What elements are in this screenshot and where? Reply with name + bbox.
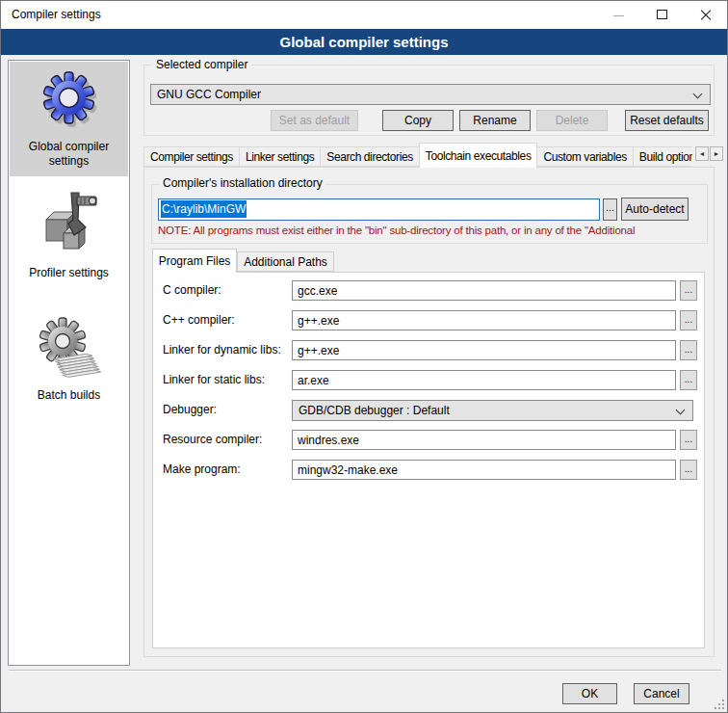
resource-compiler-input[interactable] [292,430,676,450]
main-tabstrip: Compiler settings Linker settings Search… [143,143,692,168]
tab-compiler-settings[interactable]: Compiler settings [143,146,240,167]
ok-button[interactable]: OK [562,683,617,704]
close-button[interactable] [684,1,727,29]
blue-gear-icon [38,69,101,133]
chevron-down-icon [676,406,686,415]
title-bar: Compiler settings [1,1,727,29]
installation-directory-legend: Compiler's installation directory [159,176,326,191]
debugger-label: Debugger: [163,400,217,420]
debugger-combobox-value: GDB/CDB debugger : Default [299,404,450,417]
sidebar-item-label: Profiler settings [9,266,129,280]
reset-defaults-button[interactable]: Reset defaults [625,110,709,131]
linker-dynamic-input[interactable] [292,340,676,360]
program-files-panel: C compiler: ... C++ compiler: ... Linker… [152,272,705,648]
tab-build-options[interactable]: Build options [633,146,692,167]
compiler-combobox-value: GNU GCC Compiler [157,88,261,101]
tab-toolchain-executables[interactable]: Toolchain executables [419,143,538,168]
page-title: Global compiler settings [1,29,727,55]
subtab-program-files[interactable]: Program Files [152,249,237,273]
sidebar-item-label: Global compiler settings [9,140,129,169]
window-title: Compiler settings [12,1,101,29]
linker-dynamic-label: Linker for dynamic libs: [163,340,281,360]
copy-button[interactable]: Copy [382,110,454,131]
tab-linker-settings[interactable]: Linker settings [239,146,321,167]
cpp-compiler-label: C++ compiler: [163,310,235,330]
debugger-combobox[interactable]: GDB/CDB debugger : Default [292,400,693,421]
make-program-input[interactable] [292,460,676,480]
delete-button[interactable]: Delete [536,110,608,131]
cpp-compiler-browse-button[interactable]: ... [680,310,697,330]
c-compiler-label: C compiler: [163,280,221,301]
installation-directory-input[interactable]: C:\raylib\MinGW [158,198,600,221]
compiler-settings-dialog: Compiler settings Global compiler settin… [0,0,728,713]
linker-static-label: Linker for static libs: [163,370,265,390]
sidebar-item-label: Batch builds [9,388,129,403]
tab-scroll-left-button[interactable]: ◄ [695,146,709,161]
sidebar: Global compiler settings Profiler settin… [8,60,130,666]
set-as-default-button[interactable]: Set as default [271,110,358,131]
rename-button[interactable]: Rename [459,110,531,131]
auto-detect-button[interactable]: Auto-detect [621,198,689,221]
compiler-combobox[interactable]: GNU GCC Compiler [150,84,711,105]
footer-separator [9,670,721,672]
minimize-button[interactable] [597,1,640,29]
cancel-button[interactable]: Cancel [634,683,689,704]
tab-custom-variables[interactable]: Custom variables [536,146,633,167]
profiler-caliper-icon [39,191,100,258]
tab-scroll-right-button[interactable]: ► [710,146,723,161]
cpp-compiler-input[interactable] [292,310,676,330]
note-text: NOTE: All programs must exist either in … [158,224,703,238]
tab-search-directories[interactable]: Search directories [320,146,420,167]
make-program-browse-button[interactable]: ... [680,460,697,480]
linker-static-input[interactable] [292,370,676,390]
c-compiler-browse-button[interactable]: ... [680,280,697,301]
maximize-button[interactable] [640,1,684,29]
chevron-down-icon [693,90,703,99]
subtab-additional-paths[interactable]: Additional Paths [237,251,334,272]
minimize-icon [613,15,624,16]
resource-compiler-browse-button[interactable]: ... [680,430,697,450]
resource-compiler-label: Resource compiler: [163,430,262,450]
c-compiler-input[interactable] [292,280,676,301]
linker-dynamic-browse-button[interactable]: ... [680,340,697,360]
linker-static-browse-button[interactable]: ... [680,370,697,390]
maximize-icon [657,10,667,19]
make-program-label: Make program: [163,460,241,480]
resize-grip[interactable] [714,699,725,710]
selected-compiler-legend: Selected compiler [152,58,251,72]
browse-directory-button[interactable]: ... [603,198,617,221]
installation-directory-value: C:\raylib\MinGW [161,200,247,218]
batch-builds-icon [38,317,101,384]
